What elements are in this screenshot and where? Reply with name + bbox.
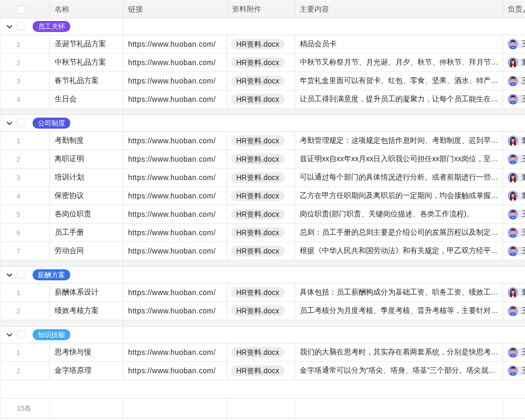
row-index-cell[interactable]: 2 (1, 302, 50, 320)
attachment-cell[interactable]: HR资料.docx (227, 224, 295, 242)
select-all-checkbox[interactable] (17, 5, 25, 14)
row-index-cell[interactable]: 4 (1, 187, 50, 205)
content-cell[interactable]: 员工考核分为月度考核、季度考核、晋升考核等，主要针对… (295, 302, 503, 320)
link-cell[interactable]: https://www.huoban.com/ (123, 169, 227, 186)
content-cell[interactable]: 让员工得到满意度，提升员工的凝聚力，让每个员工能生在… (295, 90, 503, 108)
content-cell[interactable]: 岗位职责(部门职责、关键岗位描述、各类工作流程)。 (295, 205, 503, 223)
attachment-cell[interactable]: HR资料.docx (227, 187, 295, 205)
owner-cell[interactable]: 董雪 (503, 284, 525, 301)
attachment-pill[interactable]: HR资料.docx (231, 191, 285, 201)
owner-cell[interactable]: 董雪 (503, 132, 525, 150)
content-cell[interactable]: 总则：员工手册的总则主要是介绍公司的发展历程以及制定… (295, 224, 503, 242)
owner-cell[interactable]: 董雪 (503, 169, 525, 186)
name-cell[interactable]: 金字塔原理 (50, 362, 123, 380)
content-cell[interactable]: 兹证明xx自xx年xx月xx日入职我公司担任xx部门xx岗位，至… (295, 150, 503, 168)
attachment-cell[interactable]: HR资料.docx (227, 205, 295, 223)
owner-cell[interactable]: 王明 (503, 150, 525, 168)
content-cell[interactable]: 乙方在甲方任职期间及离职后的一定期间，均会接触或掌握… (295, 187, 503, 205)
attachment-cell[interactable]: HR资料.docx (227, 72, 295, 90)
chevron-down-icon[interactable] (6, 120, 13, 127)
content-cell[interactable]: 金字塔通常可以分为“塔尖、塔身、塔基”三个部分。塔尖就… (295, 362, 503, 380)
name-cell[interactable]: 思考快与慢 (50, 343, 123, 361)
group-badge[interactable]: 知识技能 (33, 329, 70, 340)
group-select-checkbox[interactable] (17, 22, 25, 30)
row-index-cell[interactable]: 4 (1, 90, 50, 108)
name-cell[interactable]: 离职证明 (50, 150, 123, 168)
owner-cell[interactable]: 王明 (503, 90, 525, 108)
name-cell[interactable]: 春节礼品方案 (50, 72, 123, 90)
link-cell[interactable]: https://www.huoban.com/ (123, 224, 227, 242)
attachment-pill[interactable]: HR资料.docx (231, 246, 285, 256)
row-index-cell[interactable]: 1 (1, 35, 50, 53)
attachment-cell[interactable]: HR资料.docx (227, 132, 295, 150)
column-header-content[interactable]: 主要内容 (295, 1, 503, 18)
attachment-cell[interactable]: HR资料.docx (227, 169, 295, 186)
row-index-cell[interactable]: 2 (1, 150, 50, 168)
owner-cell[interactable]: 董雪 (503, 54, 525, 71)
attachment-cell[interactable]: HR资料.docx (227, 284, 295, 301)
link-cell[interactable]: https://www.huoban.com/ (123, 302, 227, 320)
attachment-cell[interactable]: HR资料.docx (227, 362, 295, 380)
owner-cell[interactable]: 王明 (503, 224, 525, 242)
name-cell[interactable]: 劳动合同 (50, 242, 123, 260)
attachment-pill[interactable]: HR资料.docx (231, 154, 285, 164)
name-cell[interactable]: 圣诞节礼品方案 (50, 35, 123, 53)
content-cell[interactable]: 考勤管理规定：这项规定包括作息时间、考勤制度、迟到早… (295, 132, 503, 150)
attachment-cell[interactable]: HR资料.docx (227, 242, 295, 260)
name-cell[interactable]: 培训计划 (50, 169, 123, 186)
attachment-pill[interactable]: HR资料.docx (231, 365, 285, 376)
row-index-cell[interactable]: 7 (1, 242, 50, 260)
owner-cell[interactable]: 王明 (503, 205, 525, 223)
owner-cell[interactable]: 王明 (503, 242, 525, 260)
name-cell[interactable]: 薪酬体系设计 (50, 284, 123, 301)
content-cell[interactable]: 可以通过每个部门的具体情况进行分析。或者前期进行一些… (295, 169, 503, 186)
attachment-pill[interactable]: HR资料.docx (231, 94, 285, 104)
link-cell[interactable]: https://www.huoban.com/ (123, 90, 227, 108)
attachment-pill[interactable]: HR资料.docx (231, 135, 285, 146)
link-cell[interactable]: https://www.huoban.com/ (123, 284, 227, 301)
name-cell[interactable]: 保密协议 (50, 187, 123, 205)
owner-cell[interactable]: 王明 (503, 72, 525, 90)
chevron-down-icon[interactable] (6, 24, 13, 30)
row-index-cell[interactable]: 1 (1, 132, 50, 150)
name-cell[interactable]: 生日会 (50, 90, 123, 108)
column-header-link[interactable]: 链接 (123, 1, 227, 18)
owner-cell[interactable]: 王明 (503, 362, 525, 380)
row-index-cell[interactable]: 6 (1, 224, 50, 242)
link-cell[interactable]: https://www.huoban.com/ (123, 187, 227, 205)
row-index-cell[interactable]: 3 (1, 72, 50, 90)
column-header-name[interactable]: 名称 (50, 1, 123, 18)
attachment-cell[interactable]: HR资料.docx (227, 90, 295, 108)
link-cell[interactable]: https://www.huoban.com/ (123, 54, 227, 71)
name-cell[interactable]: 各岗位职责 (50, 205, 123, 223)
attachment-pill[interactable]: HR资料.docx (231, 306, 285, 316)
link-cell[interactable]: https://www.huoban.com/ (123, 72, 227, 90)
group-badge[interactable]: 薪酬方案 (33, 269, 70, 280)
owner-cell[interactable]: 董雪 (503, 187, 525, 205)
attachment-pill[interactable]: HR资料.docx (231, 172, 285, 183)
attachment-cell[interactable]: HR资料.docx (227, 54, 295, 71)
attachment-pill[interactable]: HR资料.docx (231, 347, 285, 358)
content-cell[interactable]: 中秋节又称祭月节、月光诞、月夕、秋节、仲秋节、拜月节… (295, 54, 503, 71)
owner-cell[interactable]: 王明 (503, 302, 525, 320)
row-index-cell[interactable]: 2 (1, 54, 50, 71)
column-header-owner[interactable]: 负责人 (503, 1, 525, 18)
row-index-cell[interactable]: 2 (1, 362, 50, 380)
row-index-cell[interactable]: 1 (1, 343, 50, 361)
attachment-cell[interactable]: HR资料.docx (227, 302, 295, 320)
chevron-down-icon[interactable] (6, 332, 13, 338)
attachment-pill[interactable]: HR资料.docx (231, 57, 285, 68)
link-cell[interactable]: https://www.huoban.com/ (123, 343, 227, 361)
group-badge[interactable]: 公司制度 (33, 118, 70, 129)
attachment-cell[interactable]: HR资料.docx (227, 35, 295, 53)
group-select-checkbox[interactable] (17, 330, 25, 339)
link-cell[interactable]: https://www.huoban.com/ (123, 362, 227, 380)
group-select-checkbox[interactable] (17, 270, 25, 279)
link-cell[interactable]: https://www.huoban.com/ (123, 150, 227, 168)
attachment-pill[interactable]: HR资料.docx (231, 209, 285, 219)
content-cell[interactable]: 年货礼盒里面可以有贺卡、红包、零食、坚果、酒水、特产… (295, 72, 503, 90)
group-select-checkbox[interactable] (17, 119, 25, 127)
content-cell[interactable]: 具体包括：员工薪酬构成分为基础工资、职务工资、绩效工… (295, 284, 503, 301)
row-index-cell[interactable]: 1 (1, 284, 50, 301)
chevron-down-icon[interactable] (6, 272, 13, 278)
